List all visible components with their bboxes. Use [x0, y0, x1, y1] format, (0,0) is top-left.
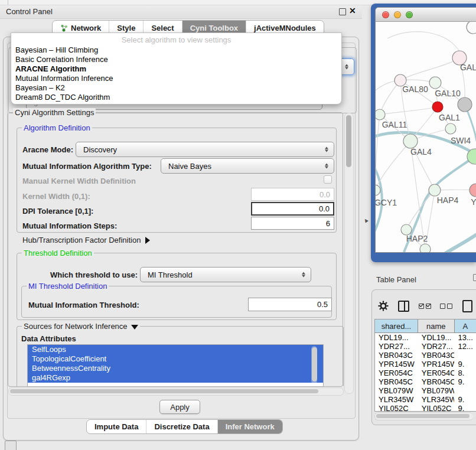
network-node[interactable] — [420, 244, 431, 252]
list-item-topologicalcoefficient[interactable]: TopologicalCoefficient — [28, 354, 323, 364]
scrollbar-thumb[interactable] — [312, 347, 317, 381]
kernel-width-label: Kernel Width (0,1): — [22, 192, 90, 201]
zoom-traffic-light-icon[interactable] — [406, 11, 413, 18]
column-header-shared[interactable]: shared... — [375, 319, 418, 332]
table-row[interactable]: YBR045CYBR045C9. — [375, 377, 476, 386]
network-node-gal11[interactable] — [376, 109, 385, 120]
mi-threshold-value: 0.5 — [317, 300, 328, 309]
network-edge — [380, 107, 438, 115]
network-node-gal10[interactable] — [429, 77, 441, 89]
network-edge — [387, 32, 459, 51]
screen: Control Panel ✕ NetworkStyleSelectCyni T… — [0, 0, 476, 450]
table-horizontal-scrollbar[interactable] — [374, 412, 473, 420]
mi-threshold-field[interactable]: 0.5 — [248, 298, 332, 311]
sources-group-title[interactable]: Sources for Network Inference — [22, 322, 140, 331]
mi-algorithm-type-combo[interactable]: Naive Bayes — [161, 158, 334, 174]
aracne-mode-label: Aracne Mode: — [22, 145, 73, 154]
network-node-y[interactable] — [470, 184, 476, 197]
dropdown-item-bayesian-k2[interactable]: Bayesian – K2 — [11, 83, 341, 93]
list-item-betweennesscentrality[interactable]: BetweennessCentrality — [28, 364, 323, 373]
table-row[interactable]: YBR043CYBR043C — [375, 351, 476, 360]
mouse-cursor: ▶ — [363, 217, 369, 223]
table-panel-title: Table Panel — [376, 275, 416, 284]
kernel-width-value: 0.0 — [319, 190, 330, 199]
apply-button[interactable]: Apply — [159, 400, 200, 414]
table-cell: YER054C — [375, 369, 418, 377]
minimize-traffic-light-icon[interactable] — [394, 11, 401, 18]
table-panel-float-icon[interactable] — [473, 274, 476, 281]
table-cell: YDR27... — [418, 342, 455, 351]
table-row[interactable]: YER054CYER054C8. — [375, 369, 476, 377]
table-cell: YBR043C — [375, 351, 418, 360]
scrollbar-thumb[interactable] — [10, 389, 318, 393]
hub-definition-toggle[interactable]: Hub/Transcription Factor Definition — [22, 236, 150, 244]
mi-steps-field[interactable]: 6 — [251, 217, 334, 230]
bottom-tab-discretize-data[interactable]: Discretize Data — [146, 420, 217, 433]
network-node-hap4[interactable] — [429, 184, 441, 196]
network-node-gal1[interactable] — [432, 102, 443, 112]
table-cell: 12... — [454, 342, 476, 351]
deselect-all-columns-icon[interactable] — [440, 301, 454, 311]
close-traffic-light-icon[interactable] — [382, 11, 389, 18]
network-node[interactable] — [458, 97, 472, 112]
network-node[interactable] — [445, 123, 456, 134]
list-vertical-scrollbar[interactable] — [311, 346, 317, 384]
scrollbar-thumb[interactable] — [376, 414, 470, 418]
table-cell: YER054C — [418, 369, 455, 377]
split-columns-icon[interactable] — [398, 301, 409, 312]
table-cell: YLR345W — [375, 395, 418, 404]
kernel-width-field[interactable]: 0.0 — [251, 188, 334, 201]
network-node-gal4[interactable] — [403, 134, 418, 148]
table-row[interactable]: YLR345WYLR345W9. — [375, 395, 476, 404]
table-cell: YBL079W — [375, 386, 418, 395]
column-header-name[interactable]: name — [418, 319, 455, 332]
scrollbar-thumb[interactable] — [346, 115, 351, 167]
dropdown-item-aracne-algorithm[interactable]: ARACNE Algorithm — [11, 64, 341, 74]
dropdown-item-dream8-dc-tdc-algorithm[interactable]: Dream8 DC_TDC Algorithm — [11, 93, 341, 102]
table-cell: YBR045C — [418, 377, 455, 386]
minimized-panel-icon[interactable] — [5, 441, 17, 450]
settings-vertical-scrollbar[interactable] — [344, 113, 354, 394]
list-item-gal4rgexp[interactable]: gal4RGexp — [28, 373, 323, 383]
table-row[interactable]: YDL19...YDL19...13... — [375, 333, 476, 342]
table-cell: YDL19... — [375, 333, 418, 342]
table-cell: YIL052C — [375, 404, 418, 412]
data-attributes-list[interactable]: SelfLoopsTopologicalCoefficientBetweenne… — [27, 344, 324, 387]
table-row[interactable]: YPR145WYPR145W9. — [375, 360, 476, 369]
column-header-a[interactable]: A — [455, 319, 476, 332]
combo-arrows-icon — [345, 64, 348, 70]
network-node-label: GCY1 — [376, 198, 397, 207]
table-cell: YPR145W — [418, 360, 455, 369]
float-panel-icon[interactable] — [339, 8, 346, 15]
node-table[interactable]: shared...nameA YDL19...YDL19...13...YDR2… — [374, 319, 476, 412]
table-row[interactable]: YDR27...YDR27...12... — [375, 342, 476, 351]
network-node-label: SWI4 — [451, 136, 471, 145]
top-strip-tick — [8, 0, 8, 5]
close-icon[interactable]: ✕ — [349, 6, 356, 15]
tab-label: jActiveMNodules — [254, 24, 316, 32]
dropdown-item-mutual-information-inference[interactable]: Mutual Information Inference — [11, 74, 341, 83]
network-canvas-svg[interactable]: GALGAL80GAL10GAL1GAL11GAL4SWI4GCY1HAP4YH… — [376, 22, 476, 252]
network-node-label: GAL1 — [439, 113, 460, 122]
table-row[interactable]: YIL052CYIL052C9. — [375, 404, 476, 412]
table-cell: YBL079W — [418, 386, 455, 395]
export-table-icon[interactable] — [462, 300, 472, 312]
table-cell: YBR043C — [418, 351, 455, 360]
bottom-tab-infer-network[interactable]: Infer Network — [218, 420, 282, 433]
network-window[interactable]: GALGAL80GAL10GAL1GAL11GAL4SWI4GCY1HAP4YH… — [375, 7, 476, 253]
aracne-mode-combo[interactable]: Discovery — [76, 142, 334, 157]
bottom-tab-impute-data[interactable]: Impute Data — [87, 420, 146, 433]
manual-kernel-checkbox[interactable] — [324, 175, 332, 184]
dpi-tolerance-field[interactable]: 0.0 — [251, 202, 334, 216]
gear-icon[interactable] — [378, 301, 389, 311]
network-edge — [400, 58, 459, 80]
settings-horizontal-scrollbar[interactable] — [8, 387, 344, 396]
which-threshold-combo[interactable]: MI Threshold — [140, 267, 311, 282]
network-node[interactable] — [467, 22, 476, 34]
network-window-titlebar[interactable] — [376, 8, 476, 22]
select-all-columns-icon[interactable] — [419, 301, 433, 311]
dropdown-item-basic-correlation-inference[interactable]: Basic Correlation Inference — [11, 55, 341, 64]
dropdown-item-bayesian-hill-climbing[interactable]: Bayesian – Hill Climbing — [11, 45, 341, 55]
table-row[interactable]: YBL079WYBL079W — [375, 386, 476, 395]
list-item-selfloops[interactable]: SelfLoops — [28, 345, 323, 354]
